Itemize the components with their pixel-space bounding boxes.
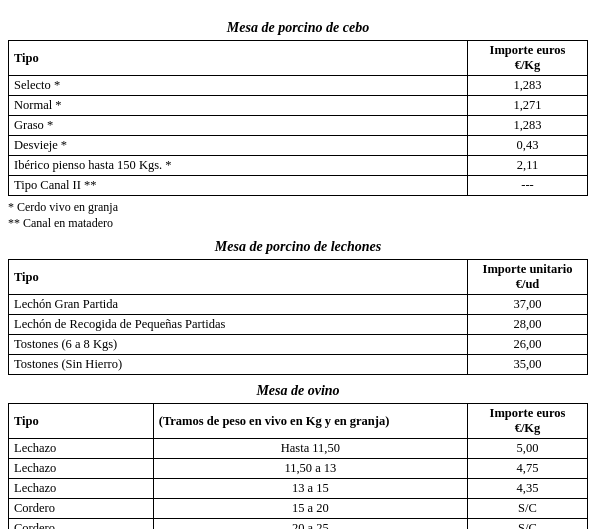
importe-cell: 0,43 — [468, 136, 588, 156]
title2-prefix: Mesa de — [215, 239, 266, 254]
importe-cell: 37,00 — [468, 295, 588, 315]
col2-header-1: Importe euros €/Kg — [468, 41, 588, 76]
table-row: Ibérico pienso hasta 150 Kgs. *2,11 — [9, 156, 588, 176]
tipo-cell: Desvieje * — [9, 136, 468, 156]
importe-cell: 1,283 — [468, 76, 588, 96]
table-row: Tostones (Sin Hierro)35,00 — [9, 355, 588, 375]
tipo-cell: Graso * — [9, 116, 468, 136]
table-row: Selecto *1,283 — [9, 76, 588, 96]
tipo-cell: Lechón Gran Partida — [9, 295, 468, 315]
tipo-cell: Lechón de Recogida de Pequeñas Partidas — [9, 315, 468, 335]
title1-bold: porcino de cebo — [278, 20, 369, 35]
tipo-cell: Lechazo — [9, 439, 154, 459]
section-title-3: Mesa de ovino — [8, 383, 588, 399]
footnote1-1: * Cerdo vivo en granja — [8, 200, 588, 215]
table-row: Cordero20 a 25S/C — [9, 519, 588, 530]
importe-cell: 1,271 — [468, 96, 588, 116]
col1-header-1: Tipo — [9, 41, 468, 76]
table-row: Tostones (6 a 8 Kgs)26,00 — [9, 335, 588, 355]
table-row: Normal *1,271 — [9, 96, 588, 116]
tipo-cell: Tostones (6 a 8 Kgs) — [9, 335, 468, 355]
tipo-cell: Lechazo — [9, 479, 154, 499]
importe-cell: 5,00 — [468, 439, 588, 459]
importe-cell: --- — [468, 176, 588, 196]
col1-header-3: Tipo — [9, 404, 154, 439]
title3-prefix: Mesa de — [256, 383, 307, 398]
table-row: Cordero15 a 20S/C — [9, 499, 588, 519]
table-row: Lechazo13 a 154,35 — [9, 479, 588, 499]
col2-header-2: Importe unitario €/ud — [468, 260, 588, 295]
table-ovino: Tipo (Tramos de peso en vivo en Kg y en … — [8, 403, 588, 529]
col3-header-3: Importe euros €/Kg — [468, 404, 588, 439]
title1-prefix: Mesa de — [227, 20, 278, 35]
tramo-cell: 11,50 a 13 — [153, 459, 467, 479]
tipo-cell: Cordero — [9, 519, 154, 530]
title3-bold: ovino — [308, 383, 340, 398]
table-porcino-lechones: Tipo Importe unitario €/ud Lechón Gran P… — [8, 259, 588, 375]
tramo-cell: 13 a 15 — [153, 479, 467, 499]
tipo-cell: Ibérico pienso hasta 150 Kgs. * — [9, 156, 468, 176]
importe-cell: 4,75 — [468, 459, 588, 479]
importe-cell: 28,00 — [468, 315, 588, 335]
table-row: Desvieje *0,43 — [9, 136, 588, 156]
table-row: LechazoHasta 11,505,00 — [9, 439, 588, 459]
table-row: Lechazo11,50 a 134,75 — [9, 459, 588, 479]
tipo-cell: Tostones (Sin Hierro) — [9, 355, 468, 375]
importe-cell: S/C — [468, 519, 588, 530]
importe-cell: 1,283 — [468, 116, 588, 136]
tramo-cell: 20 a 25 — [153, 519, 467, 530]
section-title-2: Mesa de porcino de lechones — [8, 239, 588, 255]
tipo-cell: Cordero — [9, 499, 154, 519]
col1-header-2: Tipo — [9, 260, 468, 295]
importe-cell: 4,35 — [468, 479, 588, 499]
col2-header-3: (Tramos de peso en vivo en Kg y en granj… — [153, 404, 467, 439]
tipo-cell: Tipo Canal II ** — [9, 176, 468, 196]
footnote1-2: ** Canal en matadero — [8, 216, 588, 231]
title2-bold: porcino de lechones — [266, 239, 381, 254]
table-row: Lechón de Recogida de Pequeñas Partidas2… — [9, 315, 588, 335]
tipo-cell: Normal * — [9, 96, 468, 116]
table-row: Lechón Gran Partida37,00 — [9, 295, 588, 315]
tipo-cell: Lechazo — [9, 459, 154, 479]
tramo-cell: Hasta 11,50 — [153, 439, 467, 459]
tramo-cell: 15 a 20 — [153, 499, 467, 519]
table-row: Graso *1,283 — [9, 116, 588, 136]
section-title-1: Mesa de porcino de cebo — [8, 20, 588, 36]
importe-cell: S/C — [468, 499, 588, 519]
table-row: Tipo Canal II **--- — [9, 176, 588, 196]
importe-cell: 26,00 — [468, 335, 588, 355]
importe-cell: 35,00 — [468, 355, 588, 375]
importe-cell: 2,11 — [468, 156, 588, 176]
tipo-cell: Selecto * — [9, 76, 468, 96]
table-porcino-cebo: Tipo Importe euros €/Kg Selecto *1,283No… — [8, 40, 588, 196]
